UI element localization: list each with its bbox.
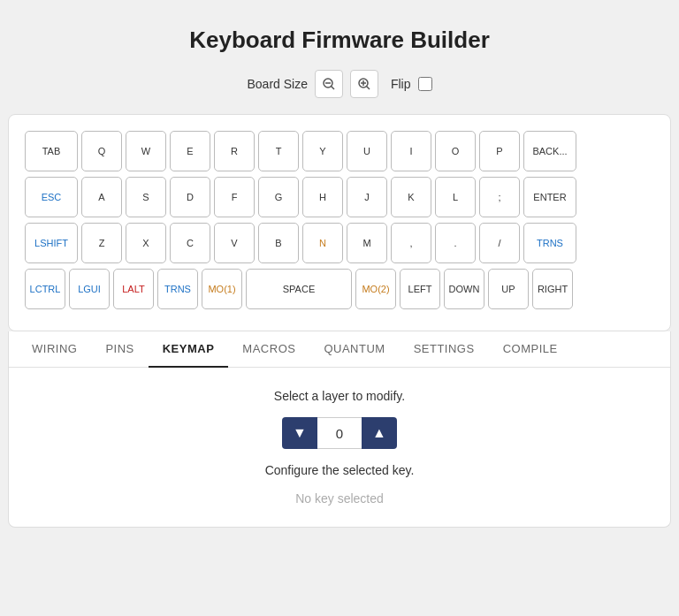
tab-wiring[interactable]: WIRING xyxy=(18,331,91,368)
layer-value: 0 xyxy=(317,417,362,449)
key-z-2-1[interactable]: Z xyxy=(81,223,122,263)
key-up-3-9[interactable]: UP xyxy=(488,269,529,309)
page-title: Keyboard Firmware Builder xyxy=(189,27,490,54)
key-mo_2_-3-6[interactable]: MO(2) xyxy=(355,269,396,309)
key-_-2-8[interactable]: , xyxy=(391,223,431,263)
layer-stepper: ▼ 0 ▲ xyxy=(282,417,397,449)
board-size-row: Board Size Flip xyxy=(247,70,431,98)
tabs-nav: WIRINGPINSKEYMAPMACROSQUANTUMSETTINGSCOM… xyxy=(9,331,670,368)
key-x-2-2[interactable]: X xyxy=(126,223,166,263)
key-s-1-2[interactable]: S xyxy=(126,177,166,217)
key-_-2-9[interactable]: . xyxy=(435,223,476,263)
key-space-3-5[interactable]: SPACE xyxy=(246,269,352,309)
key-trns-3-3[interactable]: TRNS xyxy=(157,269,198,309)
key-o-0-9[interactable]: O xyxy=(435,131,476,171)
key-tab-0-0[interactable]: TAB xyxy=(25,131,78,171)
keyboard-row-2: LSHIFTZXCVBNM,./TRNS xyxy=(25,223,654,263)
key-l-1-9[interactable]: L xyxy=(435,177,476,217)
tab-pins[interactable]: PINS xyxy=(91,331,148,368)
key-j-1-7[interactable]: J xyxy=(347,177,387,217)
key-b-2-5[interactable]: B xyxy=(258,223,299,263)
key-esc-1-0[interactable]: ESC xyxy=(25,177,78,217)
key-f-1-4[interactable]: F xyxy=(214,177,255,217)
keyboard-row-1: ESCASDFGHJKL;ENTER xyxy=(25,177,654,217)
key-t-0-5[interactable]: T xyxy=(258,131,299,171)
keyboard-container: TABQWERTYUIOPBACK...ESCASDFGHJKL;ENTERLS… xyxy=(8,114,671,331)
key-g-1-5[interactable]: G xyxy=(258,177,299,217)
key-e-0-3[interactable]: E xyxy=(170,131,210,171)
key-i-0-8[interactable]: I xyxy=(391,131,431,171)
key-k-1-8[interactable]: K xyxy=(391,177,431,217)
layer-increment-button[interactable]: ▲ xyxy=(362,417,397,449)
layer-decrement-button[interactable]: ▼ xyxy=(282,417,317,449)
key-r-0-4[interactable]: R xyxy=(214,131,255,171)
key-lshift-2-0[interactable]: LSHIFT xyxy=(25,223,78,263)
key-lgui-3-1[interactable]: LGUI xyxy=(69,269,110,309)
no-key-selected-text: No key selected xyxy=(295,491,384,506)
key-trns-2-11[interactable]: TRNS xyxy=(523,223,576,263)
select-layer-text: Select a layer to modify. xyxy=(274,389,405,403)
key-down-3-8[interactable]: DOWN xyxy=(444,269,484,309)
zoom-in-button[interactable] xyxy=(350,70,378,98)
key-w-0-2[interactable]: W xyxy=(126,131,166,171)
tab-macros[interactable]: MACROS xyxy=(228,331,309,368)
key-y-0-6[interactable]: Y xyxy=(302,131,343,171)
zoom-out-button[interactable] xyxy=(315,70,343,98)
configure-text: Configure the selected key. xyxy=(265,463,415,477)
key-left-3-7[interactable]: LEFT xyxy=(400,269,440,309)
keyboard-row-0: TABQWERTYUIOPBACK... xyxy=(25,131,654,171)
tab-keymap[interactable]: KEYMAP xyxy=(149,331,229,368)
board-size-label: Board Size xyxy=(247,77,307,91)
svg-line-1 xyxy=(331,87,334,90)
key-u-0-7[interactable]: U xyxy=(347,131,387,171)
key-a-1-1[interactable]: A xyxy=(81,177,122,217)
key-right-3-10[interactable]: RIGHT xyxy=(532,269,573,309)
key-m-2-7[interactable]: M xyxy=(347,223,387,263)
key-lalt-3-2[interactable]: LALT xyxy=(113,269,154,309)
tab-settings[interactable]: SETTINGS xyxy=(400,331,489,368)
flip-checkbox[interactable] xyxy=(418,77,432,91)
key-enter-1-11[interactable]: ENTER xyxy=(523,177,576,217)
svg-line-4 xyxy=(366,87,370,90)
key-p-0-10[interactable]: P xyxy=(479,131,520,171)
keyboard-row-3: LCTRLLGUILALTTRNSMO(1)SPACEMO(2)LEFTDOWN… xyxy=(25,269,654,309)
flip-label: Flip xyxy=(391,77,411,91)
key-_-1-10[interactable]: ; xyxy=(479,177,520,217)
key-_-2-10[interactable]: / xyxy=(479,223,520,263)
zoom-in-icon xyxy=(357,77,371,91)
key-mo_1_-3-4[interactable]: MO(1) xyxy=(202,269,242,309)
tabs-container: WIRINGPINSKEYMAPMACROSQUANTUMSETTINGSCOM… xyxy=(8,331,671,528)
zoom-out-icon xyxy=(322,77,336,91)
keymap-tab-content: Select a layer to modify. ▼ 0 ▲ Configur… xyxy=(9,368,670,527)
key-v-2-4[interactable]: V xyxy=(214,223,255,263)
key-q-0-1[interactable]: Q xyxy=(81,131,122,171)
key-back___-0-11[interactable]: BACK... xyxy=(523,131,576,171)
tab-quantum[interactable]: QUANTUM xyxy=(309,331,399,368)
key-n-2-6[interactable]: N xyxy=(302,223,343,263)
key-c-2-3[interactable]: C xyxy=(170,223,210,263)
key-h-1-6[interactable]: H xyxy=(302,177,343,217)
key-d-1-3[interactable]: D xyxy=(170,177,210,217)
key-lctrl-3-0[interactable]: LCTRL xyxy=(25,269,65,309)
tab-compile[interactable]: COMPILE xyxy=(489,331,572,368)
